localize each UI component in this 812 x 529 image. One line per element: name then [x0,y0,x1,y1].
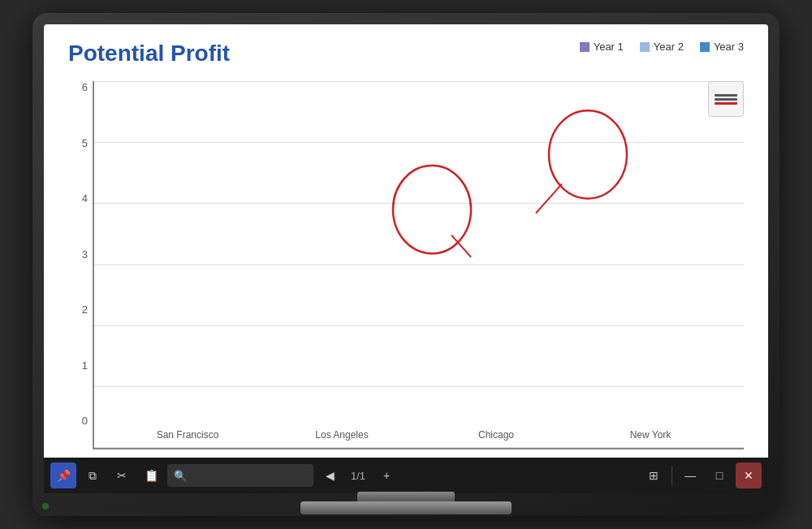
x-label-chicago: Chicago [419,425,573,448]
y-label-4: 4 [68,192,88,204]
x-label-los-angeles: Los Angeles [265,425,419,448]
screen-content: Potential Profit Year 1 Year 2 Year 3 [44,24,768,458]
x-label-san-francisco: San Francisco [110,425,265,448]
annotation-icon[interactable] [708,81,744,117]
anno-line-red [715,102,737,105]
x-labels: San FranciscoLos AngelesChicagoNew York [94,425,744,448]
y-label-2: 2 [68,303,88,316]
chart-main: 0 1 2 3 4 5 6 [68,81,744,449]
x-label-new-york: New York [573,425,728,448]
legend-item-year2: Year 2 [640,41,684,53]
tile-button[interactable]: ⊞ [641,462,667,488]
legend-item-year3: Year 3 [700,41,744,53]
separator [672,466,672,485]
stand-neck [357,492,455,501]
legend-item-year1: Year 1 [580,41,624,53]
legend-color-year1 [580,42,590,52]
chart-legend: Year 1 Year 2 Year 3 [580,41,744,53]
power-indicator [42,503,49,510]
bars-container [94,81,744,425]
legend-color-year2 [640,42,650,52]
y-label-0: 0 [68,415,88,427]
chart-area: 0 1 2 3 4 5 6 [68,81,744,449]
anno-line-1 [715,94,737,97]
next-button[interactable]: + [374,462,400,488]
pin-button[interactable]: 📌 [50,462,76,488]
stand-base [300,501,512,514]
minimize-button[interactable]: — [677,462,703,488]
prev-button[interactable]: ◀ [317,462,343,488]
close-button[interactable]: ✕ [736,462,762,488]
monitor-stand [300,492,512,514]
monitor: Potential Profit Year 1 Year 2 Year 3 [32,13,780,516]
chart-plot: San FranciscoLos AngelesChicagoNew York [93,81,744,449]
y-axis: 0 1 2 3 4 5 6 [68,81,93,449]
y-label-6: 6 [68,81,88,93]
legend-color-year3 [700,42,710,52]
page-info: 1/1 [346,470,370,482]
restore-button[interactable]: □ [706,462,732,488]
scissors-button[interactable]: ✂ [109,462,135,488]
search-icon: 🔍 [174,470,187,482]
legend-label-year2: Year 2 [654,41,684,53]
anno-line-2 [715,98,737,101]
window-controls: ⊞ — □ ✕ [641,462,762,488]
search-box[interactable]: 🔍 [167,464,313,487]
legend-label-year3: Year 3 [714,41,744,53]
screen-bezel: Potential Profit Year 1 Year 2 Year 3 [44,24,768,493]
toolbar: 📌 ⧉ ✂ 📋 🔍 ◀ 1/1 + ⊞ — □ ✕ [44,458,768,493]
y-label-1: 1 [68,359,88,372]
copy-button[interactable]: ⧉ [80,462,106,488]
y-label-5: 5 [68,137,88,149]
legend-label-year1: Year 1 [594,41,624,53]
paste-button[interactable]: 📋 [138,462,164,488]
y-label-3: 3 [68,248,88,260]
